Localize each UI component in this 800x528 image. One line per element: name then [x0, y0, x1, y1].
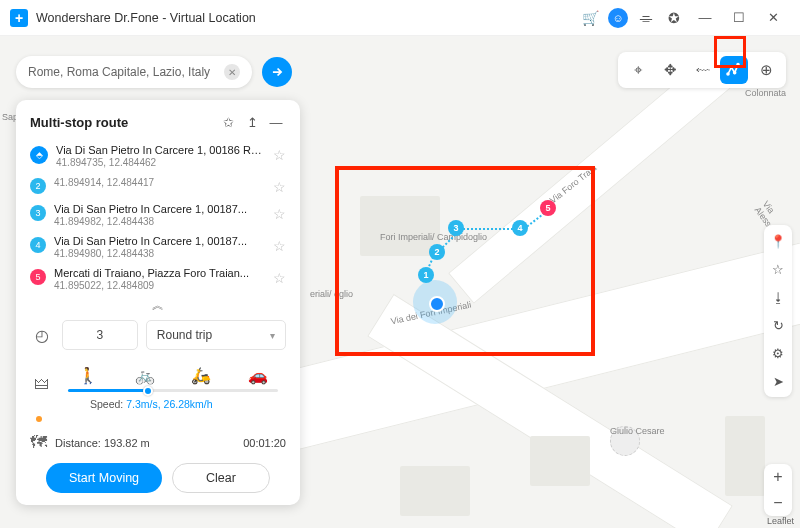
scooter-icon[interactable]: 🛵	[191, 366, 211, 385]
stop-number-icon: 2	[30, 178, 46, 194]
map-label: Giulio Cesare	[610, 426, 665, 436]
search-box[interactable]: ✕	[16, 56, 252, 88]
stop-address: Mercati di Traiano, Piazza Foro Traian..…	[54, 267, 265, 279]
favorite-icon[interactable]: ☆	[767, 258, 789, 280]
bike-icon[interactable]: 🚲	[135, 366, 155, 385]
close-button[interactable]: ✕	[756, 4, 790, 32]
clear-button[interactable]: Clear	[172, 463, 270, 493]
map-label: Colonnata	[745, 88, 786, 98]
stop-favorite-icon[interactable]: ☆	[273, 270, 286, 286]
duration-value: 00:01:20	[243, 437, 286, 449]
headset-icon[interactable]: ⌯	[632, 4, 660, 32]
stop-coords: 41.894982, 12.484438	[54, 216, 265, 227]
stop-favorite-icon[interactable]: ☆	[273, 206, 286, 222]
zoom-out-button[interactable]: −	[764, 490, 792, 516]
history-icon[interactable]: ↻	[767, 314, 789, 336]
route-map-icon: 🗺	[30, 433, 47, 453]
discord-icon[interactable]: ✪	[660, 4, 688, 32]
repeat-icon: ◴	[30, 320, 54, 350]
stop-number-icon: 5	[30, 269, 46, 285]
settings-icon[interactable]: ⚙	[767, 342, 789, 364]
leaflet-attribution[interactable]: Leaflet	[767, 516, 794, 526]
collapse-panel-icon[interactable]: —	[266, 112, 286, 132]
user-avatar[interactable]: ☺	[608, 8, 628, 28]
app-title: Wondershare Dr.Fone - Virtual Location	[36, 11, 256, 25]
stop-coords: 41.894980, 12.484438	[54, 248, 265, 259]
mode-toolbar: ⌖ ✥ ⬳ ⊕	[618, 52, 786, 88]
jump-teleport-button[interactable]: ⊕	[752, 56, 780, 84]
stop-start-icon: ⬘	[30, 146, 48, 164]
route-stop-row[interactable]: 2 41.894914, 12.484417 ☆	[30, 172, 286, 199]
stop-address: Via Di San Pietro In Carcere 1, 00187...	[54, 235, 265, 247]
minimize-button[interactable]: —	[688, 4, 722, 32]
panel-title: Multi-stop route	[30, 115, 214, 130]
highlight-mode-box	[714, 36, 746, 68]
trip-mode-value: Round trip	[157, 328, 212, 342]
speed-label: Speed:	[90, 398, 123, 410]
zoom-controls: + −	[764, 464, 792, 516]
favorite-route-icon[interactable]: ✩	[218, 112, 238, 132]
stop-coords: 41.895022, 12.484809	[54, 280, 265, 291]
import-icon[interactable]: ⭳	[767, 286, 789, 308]
distance-label: Distance:	[55, 437, 101, 449]
one-stop-mode-button[interactable]: ⬳	[688, 56, 716, 84]
chevron-down-icon: ▾	[270, 330, 275, 341]
stop-favorite-icon[interactable]: ☆	[273, 147, 286, 163]
search-input[interactable]	[28, 65, 224, 79]
zoom-in-button[interactable]: +	[764, 464, 792, 490]
route-stop-row[interactable]: 5 Mercati di Traiano, Piazza Foro Traian…	[30, 263, 286, 295]
repeat-count-input[interactable]: 3	[62, 320, 138, 350]
car-icon[interactable]: 🚗	[248, 366, 268, 385]
speed-gauge-icon: 🜲	[30, 375, 54, 393]
stop-number-icon: 3	[30, 205, 46, 221]
highlight-route-box	[335, 166, 595, 356]
svg-point-2	[734, 72, 736, 74]
trip-mode-select[interactable]: Round trip ▾	[146, 320, 286, 350]
stop-address: Via Di San Pietro In Carcere 1, 00186 Ro…	[56, 144, 265, 156]
start-moving-button[interactable]: Start Moving	[46, 463, 162, 493]
variation-toggle-dot[interactable]	[36, 416, 42, 422]
maximize-button[interactable]: ☐	[722, 4, 756, 32]
side-toolbar: 📍 ☆ ⭳ ↻ ⚙ ➤	[764, 225, 792, 397]
stop-coords: 41.894914, 12.484417	[54, 177, 265, 188]
locate-icon[interactable]: ➤	[767, 370, 789, 392]
teleport-mode-button[interactable]: ⌖	[624, 56, 652, 84]
joystick-mode-button[interactable]: ✥	[656, 56, 684, 84]
stop-number-icon: 4	[30, 237, 46, 253]
cart-icon[interactable]: 🛒	[576, 4, 604, 32]
svg-point-0	[727, 73, 729, 75]
route-stop-row[interactable]: ⬘ Via Di San Pietro In Carcere 1, 00186 …	[30, 140, 286, 172]
speed-value: 7.3m/s, 26.28km/h	[126, 398, 212, 410]
search-go-button[interactable]	[262, 57, 292, 87]
route-stop-row[interactable]: 4 Via Di San Pietro In Carcere 1, 00187.…	[30, 231, 286, 263]
route-panel: Multi-stop route ✩ ↥ — ⬘ Via Di San Piet…	[16, 100, 300, 505]
stop-coords: 41.894735, 12.484462	[56, 157, 265, 168]
stop-address: Via Di San Pietro In Carcere 1, 00187...	[54, 203, 265, 215]
google-maps-icon[interactable]: 📍	[767, 230, 789, 252]
stop-favorite-icon[interactable]: ☆	[273, 238, 286, 254]
export-route-icon[interactable]: ↥	[242, 112, 262, 132]
title-bar: + Wondershare Dr.Fone - Virtual Location…	[0, 0, 800, 36]
stop-favorite-icon[interactable]: ☆	[273, 179, 286, 195]
clear-search-icon[interactable]: ✕	[224, 64, 240, 80]
collapse-stops-icon[interactable]: ︽	[30, 297, 286, 314]
route-stop-row[interactable]: 3 Via Di San Pietro In Carcere 1, 00187.…	[30, 199, 286, 231]
app-icon: +	[10, 9, 28, 27]
distance-value: 193.82 m	[104, 437, 150, 449]
walk-icon[interactable]: 🚶	[78, 366, 98, 385]
speed-slider[interactable]	[68, 389, 278, 392]
